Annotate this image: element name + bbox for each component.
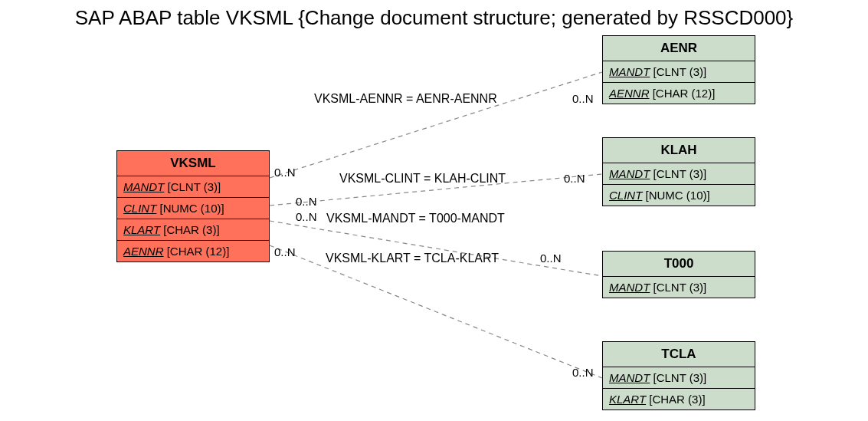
entity-field: CLINT [NUMC (10)] [117,198,269,219]
entity-aenr: AENR MANDT [CLNT (3)] AENNR [CHAR (12)] [602,35,755,104]
entity-field: CLINT [NUMC (10)] [603,185,755,206]
cardinality: 0..N [274,166,296,179]
entity-header: AENR [603,36,755,61]
svg-line-2 [270,221,602,276]
page-title: SAP ABAP table VKSML {Change document st… [0,6,868,30]
entity-tcla: TCLA MANDT [CLNT (3)] KLART [CHAR (3)] [602,341,755,410]
entity-header: TCLA [603,342,755,367]
diagram-canvas: { "title": "SAP ABAP table VKSML {Change… [0,0,868,421]
svg-line-0 [270,72,602,178]
cardinality: 0..N [572,92,594,105]
entity-header: VKSML [117,151,269,176]
entity-field: MANDT [CLNT (3)] [603,61,755,83]
cardinality: 0..N [274,245,296,258]
relation-label: VKSML-CLINT = KLAH-CLINT [339,172,506,186]
relation-label: VKSML-AENNR = AENR-AENNR [314,92,497,106]
relation-label: VKSML-MANDT = T000-MANDT [326,212,505,225]
cardinality: 0..N [564,172,585,185]
cardinality: 0..N [572,366,594,379]
entity-field: MANDT [CLNT (3)] [603,367,755,389]
entity-klah: KLAH MANDT [CLNT (3)] CLINT [NUMC (10)] [602,137,755,206]
entity-field: AENNR [CHAR (12)] [117,241,269,261]
entity-vksml: VKSML MANDT [CLNT (3)] CLINT [NUMC (10)]… [116,150,270,262]
entity-header: KLAH [603,138,755,163]
cardinality: 0..N [296,195,317,208]
entity-t000: T000 MANDT [CLNT (3)] [602,251,755,298]
entity-field: KLART [CHAR (3)] [117,219,269,241]
relation-label: VKSML-KLART = TCLA-KLART [326,252,499,265]
entity-field: AENNR [CHAR (12)] [603,83,755,104]
entity-field: KLART [CHAR (3)] [603,389,755,409]
entity-field: MANDT [CLNT (3)] [117,176,269,198]
cardinality: 0..N [296,210,317,223]
cardinality: 0..N [540,252,562,265]
entity-field: MANDT [CLNT (3)] [603,163,755,185]
entity-field: MANDT [CLNT (3)] [603,277,755,298]
entity-header: T000 [603,252,755,277]
